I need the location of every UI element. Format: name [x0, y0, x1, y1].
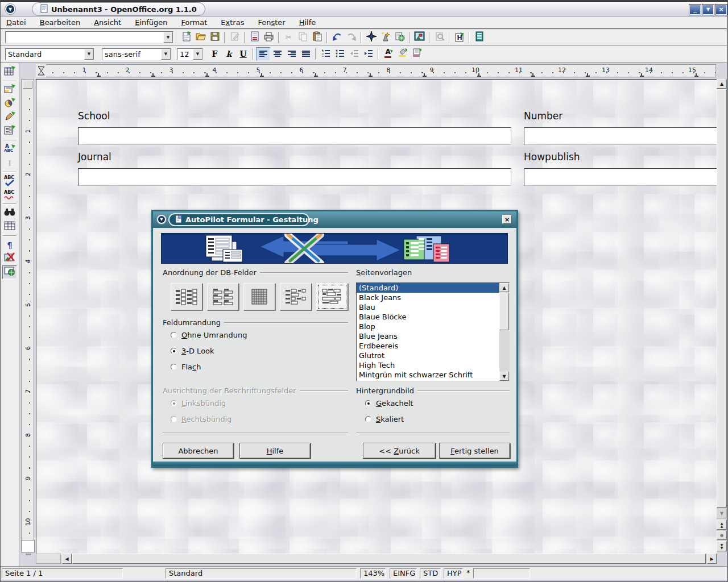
list-item[interactable]: Blaue Blöcke	[357, 312, 500, 322]
horizontal-ruler[interactable]: 1 2 3 4 5 6 7 8 9 10 11 12 13 14 15	[36, 64, 716, 77]
navigation-button[interactable]: ●	[717, 531, 727, 540]
url-combobox[interactable]: ▼	[5, 31, 173, 43]
previous-page-button[interactable]: ▲▲	[717, 519, 727, 530]
font-size-combobox[interactable]: 12▼	[177, 48, 203, 60]
list-item[interactable]: Mintgrün mit schwarzer Schrift	[357, 370, 500, 380]
dialog-title-bar[interactable]: ▼ AutoPilot Formular - Gestaltung ×	[153, 211, 516, 228]
align-right-button[interactable]	[284, 47, 299, 61]
spellcheck-disabled-button[interactable]	[432, 31, 446, 44]
vertical-ruler[interactable]: 1 2 3 4 5 6 7 8 9 10	[21, 79, 34, 541]
bold-button[interactable]: F	[208, 47, 222, 61]
open-document-button[interactable]	[193, 31, 208, 44]
paste-button[interactable]	[310, 31, 324, 44]
stylist-button[interactable]	[378, 31, 392, 44]
data-sources-view-button[interactable]	[2, 220, 17, 234]
menu-extras[interactable]: Extras	[221, 18, 244, 27]
list-item[interactable]: Blau	[357, 302, 500, 312]
status-zoom[interactable]: 143%	[360, 568, 386, 579]
dialog-window-menu-button[interactable]: ▼	[156, 214, 167, 225]
status-insert-mode[interactable]: EINFG	[390, 568, 417, 579]
insert-frame-button[interactable]	[2, 84, 17, 97]
font-name-combobox[interactable]: sans-serif▼	[102, 48, 171, 60]
insert-index-button[interactable]: I	[2, 156, 17, 170]
menu-bearbeiten[interactable]: Bearbeiten	[40, 18, 80, 27]
split-handle[interactable]	[26, 554, 31, 555]
font-color-button[interactable]: A	[381, 47, 395, 61]
arrangement-option-columns-labels-left[interactable]	[171, 283, 202, 310]
arrangement-option-columns-labels-top[interactable]	[207, 283, 239, 310]
status-selection-mode[interactable]: STD	[420, 568, 441, 579]
arrangement-option-rows-labels-left[interactable]	[280, 283, 312, 310]
align-left-button[interactable]	[256, 47, 270, 61]
scroll-down-button[interactable]: ▼	[717, 509, 727, 518]
paragraph-style-combobox[interactable]: Standard▼	[5, 48, 94, 60]
decrease-indent-button[interactable]	[347, 47, 361, 61]
list-scrollbar[interactable]: ▲ ▼	[499, 283, 509, 381]
insert-fields-button[interactable]: AABC	[2, 143, 17, 156]
list-scroll-thumb[interactable]	[499, 293, 509, 330]
italic-button[interactable]: k	[222, 47, 236, 61]
minimize-button[interactable]: _	[689, 5, 701, 15]
list-item[interactable]: Black Jeans	[357, 293, 500, 302]
online-layout-button[interactable]	[2, 265, 17, 279]
style-dropdown-icon[interactable]: ▼	[84, 49, 94, 60]
hyperlink-dialog-button[interactable]	[392, 31, 407, 44]
underline-button[interactable]: U	[236, 47, 250, 61]
next-page-button[interactable]: ▼▼	[717, 541, 727, 551]
horizontal-scrollbar[interactable]: ◀ ▶	[62, 554, 717, 564]
insert-table-button[interactable]	[2, 65, 17, 79]
zurueck-button[interactable]: << Zurück	[363, 443, 436, 459]
arrangement-option-free-blocks[interactable]	[316, 283, 348, 310]
field-input-howpublish[interactable]	[524, 168, 728, 186]
insert-object-button[interactable]	[2, 97, 17, 111]
list-item[interactable]: Glutrot	[357, 351, 500, 360]
tab-stop-selector[interactable]	[36, 64, 46, 77]
font-dropdown-icon[interactable]: ▼	[161, 49, 171, 60]
list-item[interactable]: Blop	[357, 322, 500, 331]
cut-button[interactable]: ✂	[282, 31, 296, 44]
export-pdf-button[interactable]	[247, 31, 262, 44]
gallery-button[interactable]	[412, 31, 427, 44]
list-item[interactable]: (Standard)	[357, 283, 500, 293]
radio-ohne-umrandung[interactable]: Ohne Umrandung	[171, 331, 247, 339]
vertical-scroll-thumb[interactable]	[717, 89, 727, 508]
page-styles-listbox[interactable]: (Standard) Black Jeans Blau Blaue Blöcke…	[356, 282, 510, 381]
list-scroll-up-button[interactable]: ▲	[499, 283, 509, 292]
fertig-stellen-button[interactable]: Fertig stellen	[439, 443, 510, 459]
spellcheck-button[interactable]: ABC	[2, 174, 17, 188]
radio-skaliert[interactable]: Skaliert	[365, 415, 404, 423]
bullet-list-button[interactable]	[333, 47, 347, 61]
nonprinting-characters-button[interactable]: ¶	[2, 238, 17, 252]
list-item[interactable]: Blue Jeans	[357, 331, 500, 341]
dialog-close-button[interactable]: ×	[502, 215, 512, 224]
horizontal-scroll-thumb[interactable]	[72, 554, 706, 564]
url-input[interactable]	[8, 32, 163, 42]
hyperlink-bar-button[interactable]: H	[452, 31, 466, 44]
arrangement-option-as-data-sheet[interactable]	[243, 283, 275, 310]
data-sources-button[interactable]	[472, 31, 486, 44]
align-center-button[interactable]	[270, 47, 284, 61]
abbrechen-button[interactable]: Abbrechen	[163, 443, 234, 459]
vertical-scrollbar[interactable]: ▲ ▼ ▲▲ ● ▼▼	[717, 79, 727, 552]
undo-button[interactable]	[330, 31, 344, 44]
auto-spellcheck-button[interactable]: ABC	[2, 188, 17, 202]
field-input-journal[interactable]	[78, 168, 511, 186]
navigator-button[interactable]	[364, 31, 378, 44]
menu-einfuegen[interactable]: Einfügen	[135, 18, 167, 27]
justify-button[interactable]	[299, 47, 313, 61]
draw-functions-button[interactable]	[2, 111, 17, 124]
menu-fenster[interactable]: Fenster	[258, 18, 285, 27]
scroll-right-button[interactable]: ▶	[707, 554, 717, 564]
increase-indent-button[interactable]	[361, 47, 375, 61]
save-document-button[interactable]	[208, 31, 222, 44]
close-button[interactable]: ×	[715, 5, 727, 15]
numbered-list-button[interactable]	[318, 47, 333, 61]
redo-button[interactable]	[344, 31, 358, 44]
status-page-style[interactable]: Standard	[166, 568, 357, 579]
list-item[interactable]: High Tech	[357, 360, 500, 370]
copy-button[interactable]	[296, 31, 310, 44]
field-input-school[interactable]	[78, 127, 511, 145]
list-scroll-down-button[interactable]: ▼	[499, 372, 509, 381]
find-replace-button[interactable]	[2, 206, 17, 220]
radio-flach[interactable]: Flach	[171, 363, 201, 371]
